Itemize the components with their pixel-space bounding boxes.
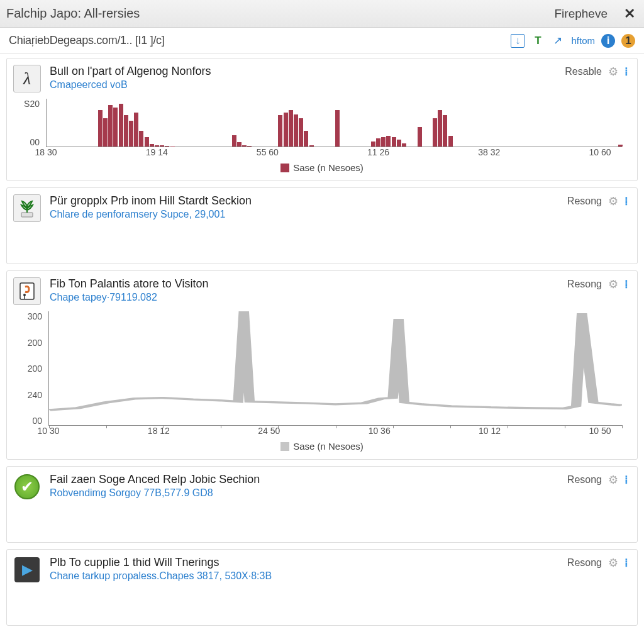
bar: [165, 146, 169, 147]
bar: [438, 110, 442, 147]
status-link[interactable]: Resable: [565, 66, 602, 77]
card-item: Fib Ton Palantis atore to Visiton Chape …: [6, 270, 638, 460]
status-link[interactable]: Resong: [567, 474, 602, 486]
card-titles: Fail zaen Soge Anced Relp Jobic Sechion …: [50, 473, 567, 499]
bar: [284, 113, 288, 147]
card-subtitle[interactable]: Chape tapey·79119.082: [50, 292, 567, 303]
drag-handle-icon[interactable]: ⁞: [625, 556, 628, 570]
legend-label: Sase (n Nesoes): [293, 162, 364, 173]
plant-icon: [13, 194, 41, 222]
bar: [145, 137, 149, 147]
card-subtitle[interactable]: Chane tarkup propaless.Chapes 3817, 530X…: [50, 570, 567, 582]
bar: [242, 145, 247, 147]
plot-region[interactable]: [48, 311, 622, 426]
bar: [299, 118, 303, 147]
bar: [237, 142, 242, 147]
gear-icon[interactable]: ⚙: [608, 277, 618, 291]
bar: [335, 110, 340, 147]
card-actions: Resable ⚙ ⁞: [565, 65, 628, 79]
drag-handle-icon[interactable]: ⁞: [625, 473, 628, 487]
bar: [448, 136, 453, 147]
drag-handle-icon[interactable]: ⁞: [625, 277, 628, 291]
gear-icon[interactable]: ⚙: [608, 65, 618, 79]
gear-icon[interactable]: ⚙: [608, 473, 618, 487]
card-subtitle[interactable]: Chlare de penforamsery Supce, 29,001: [50, 209, 567, 220]
bar: [309, 145, 314, 147]
y-tick: 240: [16, 390, 42, 400]
x-tick: 18 30: [35, 147, 57, 158]
refresh-icon[interactable]: ↗: [551, 34, 565, 48]
x-tick: 10 50: [589, 426, 611, 437]
bar: [397, 140, 401, 147]
y-axis: S20 00: [16, 99, 43, 147]
drag-handle-icon[interactable]: ⁞: [625, 194, 628, 208]
gear-icon[interactable]: ⚙: [608, 556, 618, 570]
x-tick: 10 12: [479, 426, 501, 437]
x-tick: 10 60: [589, 147, 611, 158]
plot-region[interactable]: [46, 99, 622, 147]
card-titles: Plb To cupplie 1 thid Will Tnerings Chan…: [50, 556, 567, 582]
content-scroll[interactable]: λ Bull on l'part of Algenog Nonfors Cmap…: [0, 54, 644, 644]
x-tick: 10 30: [37, 426, 59, 437]
y-tick: 200: [16, 364, 42, 374]
document-icon: [13, 277, 41, 305]
card-subtitle[interactable]: Cmapeerced voB: [50, 79, 565, 91]
chart-area: 300 200 200 240 00 10 30 18 12 24 50: [16, 311, 628, 437]
x-tick: 11 26: [367, 147, 389, 158]
bar: [103, 118, 108, 147]
bar: [443, 115, 447, 147]
card-header: Pür gropplx Prb inom Hill Stardt Seckion…: [7, 188, 637, 226]
card-title: Bull on l'part of Algenog Nonfors: [50, 65, 565, 78]
info-icon[interactable]: i: [601, 34, 615, 48]
card-item: ✔ Fail zaen Soge Anced Relp Jobic Sechio…: [6, 466, 638, 543]
bar: [129, 121, 133, 147]
x-tick: 18 12: [148, 426, 170, 437]
y-tick: 00: [16, 137, 40, 147]
card-actions: Resong ⚙ ⁞: [567, 194, 628, 208]
hftom-link[interactable]: hftom: [571, 34, 595, 48]
bar: [376, 138, 380, 147]
close-icon[interactable]: ✕: [621, 6, 638, 22]
y-axis: 300 200 200 240 00: [16, 311, 46, 426]
card-header: ✔ Fail zaen Soge Anced Relp Jobic Sechio…: [7, 467, 637, 504]
gear-icon[interactable]: ⚙: [608, 194, 618, 208]
chart-panel: 300 200 200 240 00 10 30 18 12 24 50: [7, 309, 637, 459]
bar: [150, 144, 154, 147]
bar: [289, 110, 293, 147]
bar: [232, 135, 236, 147]
text-tool-icon[interactable]: T: [531, 34, 545, 48]
bar: [402, 143, 406, 147]
y-tick: 200: [16, 338, 42, 348]
card-item: λ Bull on l'part of Algenog Nonfors Cmap…: [6, 58, 638, 181]
bar: [294, 114, 298, 147]
breadcrumb[interactable]: ChiaŗiebDegeaps.com/1.. [I1 ]/c]: [9, 34, 511, 47]
bar: [386, 136, 391, 147]
lambda-icon: λ: [13, 65, 41, 92]
card-body: [7, 504, 637, 542]
card-item: Pür gropplx Prb inom Hill Stardt Seckion…: [6, 187, 638, 264]
status-link[interactable]: Resong: [567, 279, 602, 290]
card-titles: Bull on l'part of Algenog Nonfors Cmapee…: [50, 65, 565, 91]
x-tick: 55 60: [257, 147, 279, 158]
toolbar: ChiaŗiebDegeaps.com/1.. [I1 ]/c] ↓ T ↗ h…: [0, 28, 644, 54]
window-aux-label[interactable]: Firepheve: [555, 7, 608, 21]
bar: [139, 131, 143, 147]
x-tick: 10 36: [369, 426, 391, 437]
bar: [98, 110, 103, 147]
card-actions: Resong ⚙ ⁞: [567, 277, 628, 291]
bar: [371, 142, 375, 147]
card-item: ▶ Plb To cupplie 1 thid Will Tnerings Ch…: [6, 549, 638, 626]
card-title: Plb To cupplie 1 thid Will Tnerings: [50, 556, 567, 569]
toolbar-actions: ↓ T ↗ hftom i 1: [511, 34, 635, 48]
chart-panel: S20 00 18 30 19 14 55 60 11 26 38 32 10 …: [7, 96, 637, 180]
status-link[interactable]: Resong: [567, 557, 602, 569]
drag-handle-icon[interactable]: ⁞: [625, 65, 628, 79]
bar: [392, 137, 396, 147]
chart-area: S20 00 18 30 19 14 55 60 11 26 38 32 10 …: [16, 99, 628, 158]
download-icon[interactable]: ↓: [511, 34, 525, 48]
status-link[interactable]: Resong: [567, 196, 602, 207]
chart-legend: Sase (n Nesoes): [16, 437, 628, 453]
card-header: λ Bull on l'part of Algenog Nonfors Cmap…: [7, 58, 637, 96]
notification-badge-icon[interactable]: 1: [621, 34, 635, 48]
card-subtitle[interactable]: Robvendimg Sorgoy 77B,577.9 GD8: [50, 487, 567, 499]
